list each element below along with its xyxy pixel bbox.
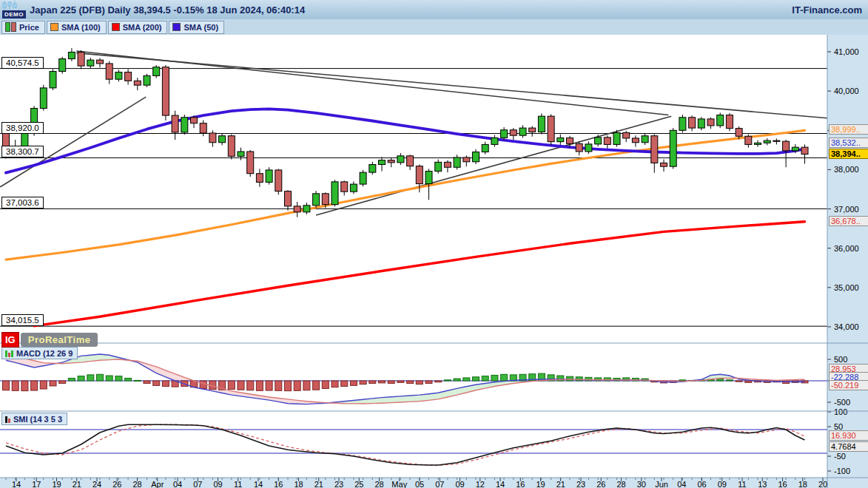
legend-tab-sma100[interactable]: SMA (100) [47,21,107,34]
x-axis-label: 19 [536,480,545,488]
macd-histogram-bar [115,376,122,381]
x-axis-label: 20 [818,480,827,488]
candle-down [661,163,667,166]
x-axis-label: 26 [596,480,605,488]
x-axis-label: 16 [778,480,787,488]
candle-up [313,194,320,206]
x-axis-label: 28 [132,480,141,488]
macd-histogram-bar [21,381,28,391]
candle-up [397,156,404,163]
candle-up [360,172,366,184]
x-axis-label: Apr [151,480,164,488]
candle-down [726,115,733,129]
chart-title: Japan 225 (DFB) Daily 38,394.5 -0.15% 18… [30,4,305,16]
candle-up [303,206,310,212]
candle-up [219,136,226,143]
macd-histogram-bar [425,381,432,383]
price-tag-sma50: 38,532.. [829,138,868,148]
macd-histogram-bar [491,375,498,381]
legend-label: Price [19,23,39,32]
candle-down [200,123,206,133]
level-label[interactable]: 38,920.0 [1,122,44,134]
macd-histogram-bar [416,381,423,384]
legend-tab-sma50[interactable]: SMA (50) [169,21,224,34]
svg-text:41,000: 41,000 [834,47,859,56]
svg-text:36,000: 36,000 [834,244,859,253]
macd-histogram-bar [50,381,56,386]
legend-tab-price[interactable]: Price [1,21,45,34]
x-axis-label: 14 [12,480,21,488]
chart-canvas[interactable]: 41,00040,00039,00038,00037,00036,00035,0… [0,0,868,488]
candle-up [585,144,592,152]
level-label[interactable]: 38,300.7 [1,146,44,157]
x-axis-label: 11 [738,480,746,488]
svg-text:40,000: 40,000 [834,87,859,95]
x-axis-label: 11 [234,480,242,488]
candle-up [679,118,686,131]
candle-down [191,118,198,123]
macd-indicator-tab[interactable]: MACD (12 26 9 [1,347,78,359]
macd-histogram-bar [435,381,442,382]
smi-indicator-tab[interactable]: SMI (14 3 5 3 [1,413,67,425]
price-tag-sma100: 38,999.. [829,124,868,135]
x-axis-label: 16 [274,480,283,488]
macd-histogram-bar [397,381,404,382]
svg-text:34,000: 34,000 [834,322,859,331]
macd-histogram-bar [40,381,47,389]
candle-down [247,152,254,174]
macd-histogram-bar [313,381,320,390]
candle-up [454,157,460,167]
candle-up [379,160,386,165]
macd-histogram-bar [59,381,66,383]
price-tag-last: 38,394.. [829,149,868,159]
candle-up [435,162,442,171]
level-label[interactable]: 40,574.5 [1,57,44,69]
candle-up [491,138,498,144]
x-axis-label: 14 [496,480,505,488]
x-axis-label: May [391,480,407,488]
macd-histogram-bar [501,374,508,381]
price-series-icon [5,22,16,32]
candle-up [369,165,376,173]
macd-histogram-bar [97,374,104,381]
candle-up [266,170,272,182]
svg-text:38,000: 38,000 [834,165,859,174]
svg-text:-100: -100 [834,467,850,475]
candle-down [172,115,178,132]
candle-down [285,192,292,206]
brand-link[interactable]: IT-Finance.com [792,4,862,16]
candle-down [604,138,610,145]
macd-histogram-bar [407,381,414,383]
macd-histogram-bar [388,381,394,383]
candle-down [651,136,658,163]
macd-histogram-bar [266,381,272,390]
candle-up [642,136,648,143]
level-label[interactable]: 34,015.5 [1,314,44,326]
macd-histogram-bar [463,378,470,381]
x-axis-label: 21 [314,480,323,488]
macd-histogram-bar [369,381,376,383]
candle-down [228,136,235,157]
legend-label: SMA (50) [184,23,218,32]
candle-down [209,133,216,143]
candle-up [68,52,75,59]
macd-label: MACD (12 26 9 [16,349,73,358]
candle-down [341,182,348,192]
title-bar: DEMO Japan 225 (DFB) Daily 38,394.5 -0.1… [0,0,868,20]
candle-up [755,143,761,144]
x-axis-label: 14 [254,480,263,488]
mini-candles-icon [2,1,21,10]
x-axis-label: 26 [112,480,121,488]
sma100-swatch-icon [50,23,58,31]
prorealtime-logo[interactable]: IG ProRealTime [1,332,98,348]
candle-up [21,134,28,146]
legend-tab-sma200[interactable]: SMA (200) [108,21,168,34]
candle-down [106,64,112,79]
smi-line-tag: 4.7684 [829,441,868,452]
macd-histogram-bar [200,381,206,388]
x-axis-label: 28 [616,480,625,488]
candle-up [115,72,122,80]
level-label[interactable]: 37,003.6 [1,197,44,209]
candle-down [567,138,573,143]
candle-down [97,60,104,64]
